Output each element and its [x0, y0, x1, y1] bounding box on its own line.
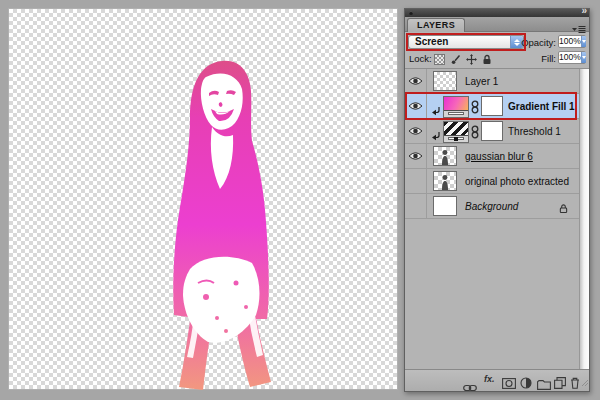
layer-row-gaussian-blur-6[interactable]: gaussian blur 6: [405, 144, 579, 169]
layer-row-original-photo[interactable]: original photo extracted: [405, 169, 579, 194]
new-adjustment-layer-icon[interactable]: [520, 375, 532, 393]
photo-silhouette-icon: [439, 149, 451, 165]
fill-input[interactable]: 100%: [558, 51, 586, 64]
gradient-silhouette-figure: [136, 57, 316, 392]
layer-row-layer-1[interactable]: Layer 1: [405, 69, 579, 94]
visibility-toggle[interactable]: [405, 169, 427, 193]
layer-row-gradient-fill-1[interactable]: Gradient Fill 1: [405, 94, 579, 119]
threshold-thumbnail[interactable]: [443, 121, 469, 143]
layer-mask-thumbnail[interactable]: [481, 96, 503, 116]
link-layers-icon[interactable]: [463, 378, 477, 396]
eye-icon: [408, 76, 423, 86]
layer-name[interactable]: Threshold 1: [508, 119, 561, 143]
add-layer-mask-icon[interactable]: [502, 375, 516, 393]
delete-layer-icon[interactable]: [570, 375, 580, 393]
layer-name[interactable]: Gradient Fill 1: [508, 94, 575, 118]
new-group-icon[interactable]: [537, 376, 551, 394]
visibility-toggle[interactable]: [405, 69, 427, 93]
lock-all-icon[interactable]: [481, 53, 493, 65]
tab-layers[interactable]: LAYERS: [407, 18, 465, 32]
visibility-toggle[interactable]: [405, 144, 427, 168]
eye-icon: [408, 101, 423, 111]
layer-row-threshold-1[interactable]: Threshold 1: [405, 119, 579, 144]
mask-link-icon[interactable]: [471, 100, 479, 118]
layer-thumbnail-photo[interactable]: [433, 171, 457, 191]
layer-thumbnail-transparent[interactable]: [433, 71, 457, 91]
fill-label: Fill:: [541, 53, 556, 64]
layer-name[interactable]: Layer 1: [465, 69, 498, 93]
layer-mask-thumbnail[interactable]: [481, 121, 503, 141]
clipping-mask-arrow-icon: [431, 102, 441, 120]
fill-value: 100%: [559, 52, 581, 63]
panel-footer: fx.: [405, 369, 589, 391]
lock-transparency-icon[interactable]: [433, 53, 445, 65]
panel-drag-bar[interactable]: »: [405, 9, 589, 17]
lock-position-icon[interactable]: [465, 53, 477, 65]
opacity-input[interactable]: 100%: [558, 35, 586, 48]
panel-scrollbar[interactable]: [579, 69, 589, 369]
lock-image-icon[interactable]: [449, 53, 461, 65]
panel-tab-bar: LAYERS: [405, 17, 589, 32]
opacity-value: 100%: [559, 36, 581, 47]
layer-thumbnail-white[interactable]: [433, 196, 457, 216]
layer-lock-icon: [559, 200, 568, 218]
blend-mode-value: Screen: [409, 36, 510, 48]
layer-name[interactable]: original photo extracted: [465, 169, 569, 193]
mask-link-icon[interactable]: [471, 125, 479, 143]
fill-dropdown-icon[interactable]: [581, 52, 586, 63]
blend-mode-dropdown[interactable]: Screen: [408, 35, 524, 49]
visibility-toggle[interactable]: [405, 94, 427, 118]
panel-resize-grip[interactable]: [580, 372, 588, 390]
lock-label: Lock:: [409, 53, 432, 64]
visibility-toggle[interactable]: [405, 119, 427, 143]
new-layer-icon[interactable]: [554, 375, 566, 393]
clipping-mask-arrow-icon: [431, 127, 441, 145]
gradient-fill-thumbnail[interactable]: [443, 96, 469, 118]
layer-thumbnail-photo[interactable]: [433, 146, 457, 166]
collapse-panel-icon[interactable]: »: [581, 6, 586, 16]
document-canvas[interactable]: [8, 8, 398, 390]
layer-style-fx-icon[interactable]: fx.: [484, 374, 495, 384]
opacity-label: Opacity:: [521, 37, 556, 48]
layer-list: Layer 1 Gradient Fill 1: [405, 69, 589, 369]
visibility-toggle[interactable]: [405, 194, 427, 218]
layer-name[interactable]: Background: [465, 194, 518, 218]
layer-row-background[interactable]: Background: [405, 194, 579, 219]
lock-buttons: [433, 53, 493, 65]
layer-name[interactable]: gaussian blur 6: [465, 144, 533, 168]
photo-silhouette-icon: [439, 174, 451, 190]
panel-grip-dot-icon: [409, 11, 413, 15]
eye-icon: [408, 151, 423, 161]
layer-controls: Screen Opacity: 100% Lock:: [405, 32, 589, 69]
eye-icon: [408, 126, 423, 136]
layers-panel: » LAYERS Screen Opacity:: [404, 8, 590, 392]
opacity-dropdown-icon[interactable]: [581, 36, 586, 47]
